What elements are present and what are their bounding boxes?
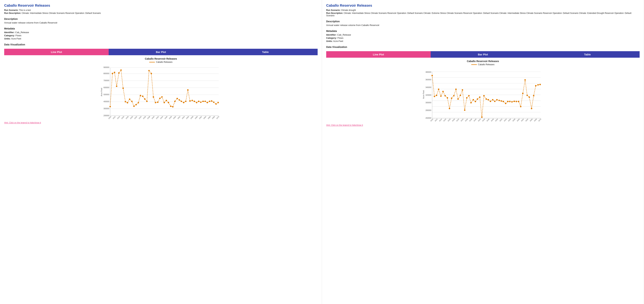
right-table-button[interactable]: Table [535,51,640,58]
svg-text:2058: 2058 [512,118,516,122]
svg-text:2034: 2034 [460,118,464,122]
svg-point-45 [110,106,111,107]
svg-text:Acre-Feet: Acre-Feet [100,88,102,96]
svg-point-167 [488,99,489,100]
svg-text:260000: 260000 [426,117,432,119]
svg-point-70 [164,102,165,103]
svg-text:2032: 2032 [456,118,460,122]
svg-text:2068: 2068 [534,118,537,122]
left-metadata-heading: Metadata [4,27,318,30]
right-run-scenario: Run Scenario: Climate drought [326,9,640,12]
svg-text:2024: 2024 [117,116,120,119]
left-run-description: Run Description: Climate: Intermediate S… [4,12,318,14]
svg-text:2054: 2054 [182,116,185,119]
left-hint-text[interactable]: Hint: Click on the legend to hide/show i… [4,121,318,124]
svg-point-189 [535,85,536,86]
svg-text:2044: 2044 [160,116,164,119]
left-run-scenario-value: This is a test [19,9,30,12]
svg-text:340000: 340000 [426,86,432,88]
right-hint-text[interactable]: Hint: Click on the legend to hide/show i… [326,124,640,126]
svg-point-184 [524,79,526,81]
svg-text:2030: 2030 [130,116,133,119]
right-description-heading: Description [326,20,640,23]
svg-point-153 [458,98,459,100]
svg-point-73 [170,105,172,107]
svg-point-72 [168,102,169,103]
svg-text:2052: 2052 [177,116,181,119]
svg-point-59 [140,95,141,96]
svg-text:2060: 2060 [516,118,520,122]
svg-point-180 [516,101,517,102]
right-bar-plot-button[interactable]: Bar Plot [431,51,535,58]
left-run-description-value: Climate: Intermediate Stress Climate Sce… [22,12,101,14]
svg-point-90 [207,102,208,103]
svg-point-91 [209,101,210,102]
svg-point-68 [159,98,161,99]
svg-point-146 [442,91,444,92]
left-line-plot-button[interactable]: Line Plot [4,49,109,55]
svg-point-174 [503,101,504,102]
right-chart-legend[interactable]: Caballo Releases [326,63,640,66]
svg-text:380000: 380000 [426,71,432,73]
svg-point-46 [112,73,113,74]
right-run-description: Run Description: Climate: Intermediate S… [326,12,640,17]
svg-point-58 [138,102,139,103]
svg-point-155 [462,89,463,91]
svg-point-186 [529,96,530,98]
right-chart-container: Caballo Reservoir Releases Caballo Relea… [326,60,640,126]
svg-point-147 [444,95,446,96]
svg-point-63 [148,70,150,71]
left-description-heading: Description [4,18,318,20]
svg-text:2070: 2070 [216,116,220,119]
svg-point-50 [120,69,122,71]
right-chart-title: Caballo Reservoir Releases [326,60,640,63]
svg-text:300000: 300000 [104,108,110,110]
svg-point-150 [451,97,452,99]
left-panel: Caballo Reservoir Releases Run Scenario:… [0,0,322,304]
svg-text:2064: 2064 [525,118,529,122]
svg-text:2068: 2068 [212,116,215,119]
left-table-button[interactable]: Table [213,49,318,55]
svg-point-77 [179,99,180,101]
svg-text:700000: 700000 [104,80,110,82]
svg-text:2032: 2032 [134,116,138,119]
svg-point-66 [155,102,156,103]
svg-point-141 [432,75,433,76]
svg-point-57 [136,104,137,105]
svg-point-52 [125,101,126,102]
left-bar-plot-button[interactable]: Bar Plot [109,49,213,55]
svg-point-49 [118,72,120,74]
right-legend-dash-icon [471,64,477,65]
svg-point-156 [464,109,466,111]
svg-point-143 [436,95,437,96]
svg-point-148 [447,97,448,98]
svg-text:2066: 2066 [530,118,533,122]
right-panel: Caballo Reservoir Releases Run Scenario:… [322,0,644,304]
svg-text:2044: 2044 [482,118,486,122]
svg-point-159 [470,102,472,103]
right-identifier: Identifier: Cab_Release [326,34,640,36]
svg-point-55 [131,101,133,102]
left-run-scenario: Run Scenario: This is a test [4,9,318,12]
right-chart-svg: Acre-Feet 260000 280000 300000 320000 34… [326,66,640,122]
svg-point-83 [192,100,193,101]
svg-point-163 [479,96,480,98]
svg-point-149 [449,108,450,109]
left-chart-legend[interactable]: Caballo Releases [4,61,318,63]
svg-text:2070: 2070 [538,118,542,122]
svg-point-75 [174,101,176,102]
right-line-plot-button[interactable]: Line Plot [326,51,431,58]
svg-point-67 [157,101,158,103]
svg-point-89 [204,101,206,102]
svg-point-76 [176,98,178,99]
svg-point-166 [486,98,487,100]
svg-point-175 [505,103,506,104]
svg-text:Acre-Feet: Acre-Feet [422,90,424,99]
svg-text:2024: 2024 [439,118,442,122]
left-legend-label: Caballo Releases [156,61,172,63]
left-legend-dash-icon [149,62,155,62]
left-chart-svg: Acre-Feet 200000 300000 400000 500000 60… [4,64,318,120]
svg-text:200000: 200000 [104,115,110,117]
svg-text:2056: 2056 [508,118,511,122]
svg-text:2046: 2046 [164,116,168,119]
